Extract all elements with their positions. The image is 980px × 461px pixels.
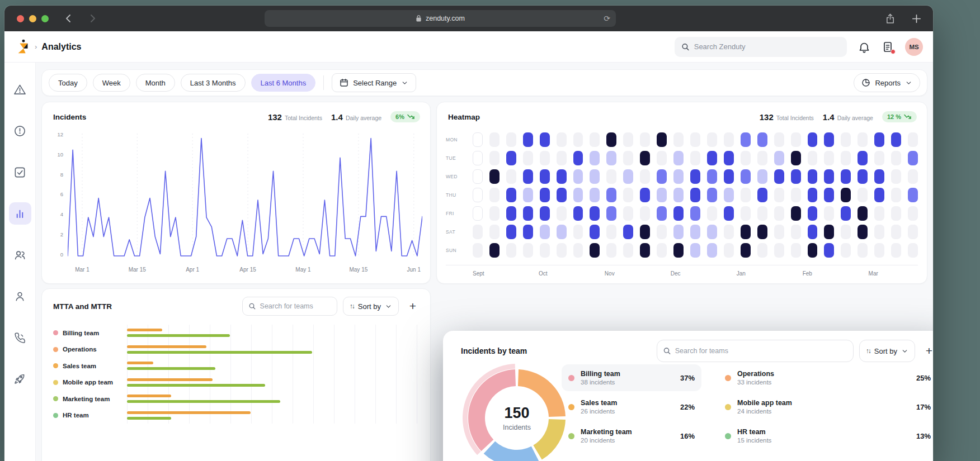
- heatmap-cell[interactable]: [774, 188, 784, 202]
- heatmap-cell[interactable]: [874, 225, 884, 239]
- heatmap-cell[interactable]: [690, 188, 700, 202]
- heatmap-cell[interactable]: [557, 206, 567, 221]
- heatmap-cell[interactable]: [724, 206, 734, 221]
- heatmap-cell[interactable]: [657, 206, 667, 221]
- heatmap-cell[interactable]: [590, 206, 600, 221]
- heatmap-cell[interactable]: [557, 243, 567, 258]
- close-window-button[interactable]: [17, 15, 24, 22]
- heatmap-cell[interactable]: [540, 169, 550, 184]
- heatmap-cell[interactable]: [874, 206, 884, 221]
- mtta-team-row[interactable]: Marketing team: [53, 391, 421, 407]
- heatmap-cell[interactable]: [690, 243, 700, 258]
- heatmap-cell[interactable]: [724, 188, 734, 202]
- heatmap-cell[interactable]: [824, 243, 834, 258]
- zenduty-logo[interactable]: [15, 39, 31, 55]
- heatmap-cell[interactable]: [724, 243, 734, 258]
- heatmap-cell[interactable]: [741, 206, 751, 221]
- heatmap-cell[interactable]: [590, 243, 600, 258]
- heatmap-cell[interactable]: [808, 169, 818, 184]
- heatmap-cell[interactable]: [506, 132, 516, 147]
- heatmap-cell[interactable]: [640, 243, 650, 258]
- sort-by-button[interactable]: ↑↓ Sort by: [343, 297, 399, 316]
- heatmap-cell[interactable]: [489, 206, 500, 221]
- heatmap-cell[interactable]: [690, 225, 700, 239]
- heatmap-cell[interactable]: [741, 132, 751, 147]
- heatmap-cell[interactable]: [858, 169, 868, 184]
- heatmap-cell[interactable]: [808, 206, 818, 221]
- heatmap-cell[interactable]: [640, 151, 650, 165]
- heatmap-cell[interactable]: [690, 169, 700, 184]
- zoom-window-button[interactable]: [41, 15, 49, 22]
- heatmap-cell[interactable]: [573, 206, 583, 221]
- heatmap-cell[interactable]: [808, 188, 818, 202]
- reload-icon[interactable]: ⟳: [604, 14, 610, 23]
- heatmap-cell[interactable]: [791, 132, 801, 147]
- heatmap-cell[interactable]: [506, 243, 516, 258]
- heatmap-cell[interactable]: [590, 225, 600, 239]
- sidebar-item-incidents[interactable]: [9, 78, 31, 101]
- heatmap-cell[interactable]: [473, 206, 483, 221]
- heatmap-cell[interactable]: [808, 243, 818, 258]
- heatmap-cell[interactable]: [540, 188, 550, 202]
- filter-pill-today[interactable]: Today: [49, 74, 87, 92]
- add-team-button[interactable]: +: [404, 298, 421, 315]
- heatmap-cell[interactable]: [824, 206, 834, 221]
- heatmap-cell[interactable]: [473, 151, 483, 165]
- heatmap-cell[interactable]: [891, 151, 901, 165]
- select-range-button[interactable]: Select Range: [332, 73, 416, 92]
- heatmap-cell[interactable]: [523, 225, 533, 239]
- heatmap-cell[interactable]: [690, 132, 700, 147]
- heatmap-cell[interactable]: [757, 225, 767, 239]
- heatmap-cell[interactable]: [506, 151, 516, 165]
- heatmap-cell[interactable]: [473, 225, 483, 239]
- new-tab-icon[interactable]: [911, 13, 922, 24]
- heatmap-cell[interactable]: [707, 243, 717, 258]
- heatmap-cell[interactable]: [640, 132, 650, 147]
- heatmap-cell[interactable]: [774, 206, 784, 221]
- sidebar-item-alerts[interactable]: [9, 120, 31, 142]
- heatmap-cell[interactable]: [640, 225, 650, 239]
- heatmap-cell[interactable]: [606, 243, 616, 258]
- heatmap-cell[interactable]: [523, 206, 533, 221]
- heatmap-cell[interactable]: [908, 151, 918, 165]
- sort-by-button[interactable]: ↑↓ Sort by: [859, 340, 915, 362]
- heatmap-cell[interactable]: [874, 188, 884, 202]
- heatmap-cell[interactable]: [757, 206, 767, 221]
- sidebar-item-users[interactable]: [9, 285, 31, 307]
- heatmap-cell[interactable]: [573, 188, 583, 202]
- heatmap-cell[interactable]: [557, 151, 567, 165]
- heatmap-cell[interactable]: [590, 132, 600, 147]
- heatmap-cell[interactable]: [573, 132, 583, 147]
- heatmap-cell[interactable]: [757, 132, 767, 147]
- heatmap-cell[interactable]: [757, 169, 767, 184]
- heatmap-cell[interactable]: [606, 188, 616, 202]
- avatar[interactable]: MS: [905, 38, 923, 56]
- legend-item[interactable]: Marketing team 20 incidents 16%: [562, 422, 701, 449]
- filter-pill-last-3-months[interactable]: Last 3 Months: [181, 74, 246, 92]
- heatmap-cell[interactable]: [741, 225, 751, 239]
- heatmap-cell[interactable]: [557, 132, 567, 147]
- heatmap-cell[interactable]: [590, 151, 600, 165]
- heatmap-cell[interactable]: [657, 151, 667, 165]
- notifications-bell-icon[interactable]: [858, 41, 870, 53]
- team-search[interactable]: [657, 340, 854, 362]
- sidebar-item-analytics[interactable]: [9, 202, 31, 225]
- heatmap-cell[interactable]: [841, 132, 851, 147]
- heatmap-cell[interactable]: [606, 169, 616, 184]
- browser-forward-icon[interactable]: [87, 13, 98, 24]
- heatmap-cell[interactable]: [673, 169, 684, 184]
- filter-pill-week[interactable]: Week: [93, 74, 130, 92]
- mtta-team-row[interactable]: Sales team: [53, 358, 421, 374]
- heatmap-cell[interactable]: [841, 188, 851, 202]
- heatmap-cell[interactable]: [623, 169, 633, 184]
- heatmap-cell[interactable]: [707, 225, 717, 239]
- heatmap-cell[interactable]: [724, 169, 734, 184]
- heatmap-cell[interactable]: [673, 151, 684, 165]
- heatmap-cell[interactable]: [791, 188, 801, 202]
- heatmap-cell[interactable]: [623, 243, 633, 258]
- share-icon[interactable]: [885, 13, 896, 24]
- heatmap-cell[interactable]: [506, 206, 516, 221]
- heatmap-cell[interactable]: [523, 188, 533, 202]
- reports-button[interactable]: Reports: [854, 73, 920, 92]
- heatmap-cell[interactable]: [874, 243, 884, 258]
